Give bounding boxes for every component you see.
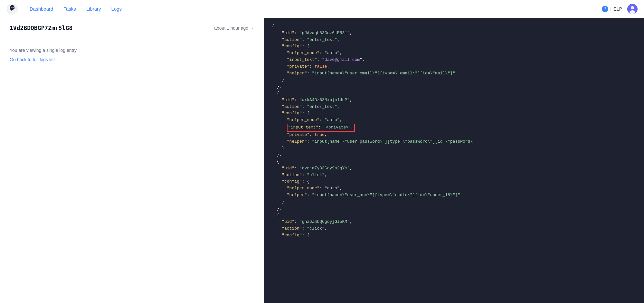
svg-point-8 xyxy=(630,10,635,14)
log-time: about 1 hour ago → xyxy=(214,25,254,31)
log-body: You are viewing a single log entry Go ba… xyxy=(0,38,264,303)
nav-logs[interactable]: Logs xyxy=(108,4,126,14)
help-button[interactable]: ? HELP xyxy=(602,6,622,12)
code-panel: { "uid": "gJAvaqb83Gdz6jE531", "action":… xyxy=(264,18,644,303)
nav-dashboard[interactable]: Dashboard xyxy=(26,4,57,14)
nav-links: Dashboard Tasks Library Logs xyxy=(26,4,126,14)
main-layout: 1Vd2BDQBGP7Zmr5lG8 about 1 hour ago → Yo… xyxy=(0,18,644,303)
help-icon: ? xyxy=(602,6,608,12)
logo[interactable] xyxy=(6,3,18,15)
svg-point-7 xyxy=(631,6,634,9)
back-to-logs-link[interactable]: Go back to full logs list xyxy=(10,57,55,62)
left-panel: 1Vd2BDQBGP7Zmr5lG8 about 1 hour ago → Yo… xyxy=(0,18,264,303)
nav-right: ? HELP xyxy=(602,4,638,14)
svg-point-4 xyxy=(11,7,12,7)
help-label: HELP xyxy=(610,6,622,12)
svg-point-1 xyxy=(10,5,14,11)
log-header: 1Vd2BDQBGP7Zmr5lG8 about 1 hour ago → xyxy=(0,18,264,38)
svg-point-5 xyxy=(13,7,14,7)
viewing-text: You are viewing a single log entry xyxy=(10,48,254,53)
avatar[interactable] xyxy=(627,4,638,14)
highlighted-input-text: "input_text": "<private>", xyxy=(287,124,355,132)
navbar: Dashboard Tasks Library Logs ? HELP xyxy=(0,0,644,18)
log-id: 1Vd2BDQBGP7Zmr5lG8 xyxy=(10,24,72,31)
nav-library[interactable]: Library xyxy=(82,4,105,14)
nav-tasks[interactable]: Tasks xyxy=(60,4,80,14)
code-block: { "uid": "gJAvaqb83Gdz6jE531", "action":… xyxy=(264,18,644,244)
